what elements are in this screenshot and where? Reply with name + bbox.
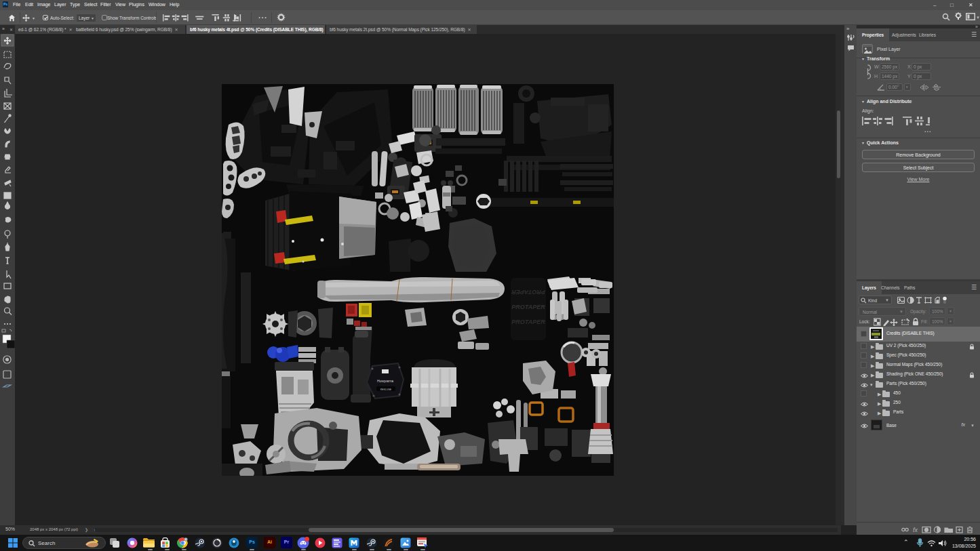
svg-text:PROTAPER: PROTAPER [511, 289, 545, 295]
svg-text:PROTAPER: PROTAPER [511, 319, 545, 325]
svg-text:Husqvarna: Husqvarna [377, 379, 393, 383]
svg-text:fx: fx [913, 527, 918, 533]
svg-text:REKLUSE: REKLUSE [380, 388, 392, 391]
svg-text:PROTAPER: PROTAPER [511, 304, 545, 310]
